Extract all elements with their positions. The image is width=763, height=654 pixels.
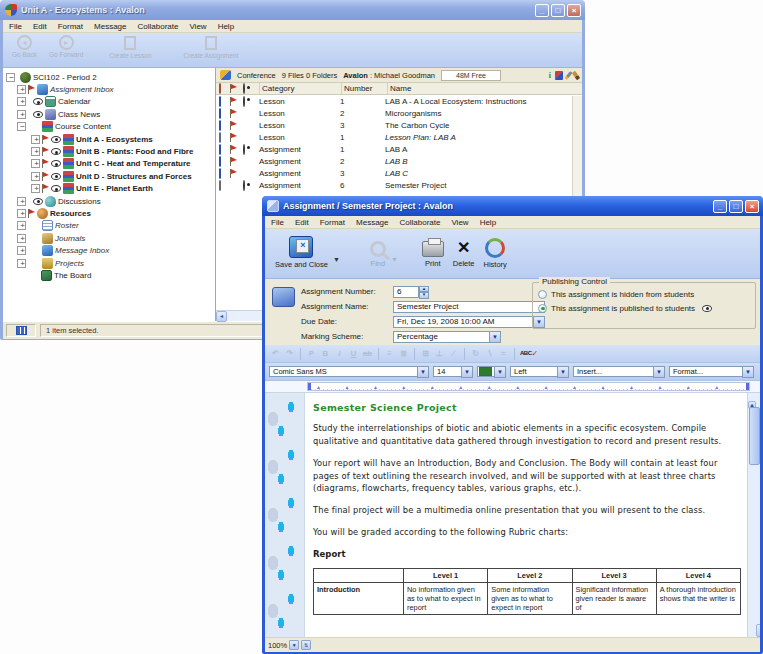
tree-item-unit-a[interactable]: Unit A - Ecosystems <box>3 133 215 145</box>
file-row[interactable]: Assignment 2 LAB B <box>216 155 582 167</box>
column-name[interactable]: Name <box>388 84 582 93</box>
file-row-selected[interactable]: Assignment 6 Semester Project <box>216 180 582 192</box>
create-assignment-button[interactable]: Create Assignment <box>181 35 242 59</box>
file-row[interactable]: Lesson 1 LAB A - A Local Ecosystem: Inst… <box>216 95 582 107</box>
format-select[interactable]: Format... ▼ <box>669 366 754 378</box>
menu-edit[interactable]: Edit <box>33 22 47 31</box>
menu-help[interactable]: Help <box>480 218 496 227</box>
palette-icon[interactable] <box>555 71 563 80</box>
radio-icon[interactable] <box>538 290 547 299</box>
file-row[interactable]: Assignment 3 LAB C <box>216 168 582 180</box>
expand-icon[interactable] <box>31 172 40 181</box>
outdent-icon[interactable]: ≡ <box>383 347 396 360</box>
pencil-icon[interactable]: ∕ <box>447 347 460 360</box>
column-category[interactable]: Category <box>260 84 341 93</box>
close-button[interactable]: × <box>745 200 759 213</box>
paragraph-icon[interactable]: P <box>305 347 318 360</box>
view-mode-icon[interactable] <box>16 326 27 335</box>
maximize-button[interactable]: □ <box>551 4 565 17</box>
left-indent-marker[interactable] <box>308 383 311 391</box>
collapse-icon[interactable] <box>17 122 26 131</box>
tree-item-discussions[interactable]: Discussions <box>3 195 215 207</box>
back-titlebar[interactable]: Unit A - Ecosystems : Avalon _ □ × <box>0 0 585 20</box>
expand-icon[interactable] <box>17 246 26 255</box>
save-and-close-button[interactable]: Save and Close <box>273 236 330 269</box>
file-row[interactable]: Assignment 1 LAB A <box>216 143 582 155</box>
insert-table-icon[interactable]: ⊞ <box>419 347 432 360</box>
go-forward-button[interactable]: ▸ Go Forward <box>46 35 86 58</box>
chevron-down-icon[interactable]: ▼ <box>417 366 429 378</box>
eye-column-icon[interactable] <box>243 83 245 94</box>
delete-button[interactable]: ✕ Delete <box>451 237 477 268</box>
menu-file[interactable]: File <box>271 218 284 227</box>
font-size-select[interactable]: 14 ▼ <box>433 366 473 378</box>
indent-icon[interactable]: ≣ <box>397 347 410 360</box>
column-number[interactable]: Number <box>342 84 387 93</box>
menu-view[interactable]: View <box>189 22 206 31</box>
italic-icon[interactable]: I <box>333 347 346 360</box>
tree-item-calendar[interactable]: Calendar <box>3 96 215 108</box>
tree-item-assignment-inbox[interactable]: Assignment Inbox <box>3 83 215 95</box>
file-row[interactable]: Lesson 3 The Carbon Cycle <box>216 119 582 131</box>
assignment-number-input[interactable]: 6 <box>393 286 419 298</box>
tree-item-unit-c[interactable]: Unit C - Heat and Temperature <box>3 158 215 170</box>
scrollbar-thumb[interactable] <box>749 407 760 465</box>
file-row[interactable]: Lesson 2 Microorganisms <box>216 107 582 119</box>
menu-collaborate[interactable]: Collaborate <box>400 218 441 227</box>
save-dropdown-icon[interactable]: ▼ <box>333 256 340 263</box>
strikethrough-icon[interactable]: ab <box>361 347 374 360</box>
radio-selected-icon[interactable] <box>538 304 547 313</box>
expand-icon[interactable] <box>17 110 26 119</box>
tree-item-roster[interactable]: Roster <box>3 220 215 232</box>
print-button[interactable]: Print <box>420 237 446 268</box>
collapse-icon[interactable] <box>6 73 15 82</box>
expand-icon[interactable] <box>31 147 40 156</box>
marking-scheme-select[interactable]: Percentage ▼ <box>393 331 501 343</box>
due-date-select[interactable]: Fri, Dec 19, 2008 10:00 AM ▼ <box>393 316 545 328</box>
zoom-dropdown-icon[interactable]: ▼ <box>289 640 299 650</box>
close-button[interactable]: × <box>567 4 581 17</box>
maximize-button[interactable]: □ <box>729 200 743 213</box>
menu-help[interactable]: Help <box>218 22 234 31</box>
underline-icon[interactable]: U <box>347 347 360 360</box>
document-editor[interactable]: Semester Science Project Study the inter… <box>265 393 760 637</box>
item-type-column-icon[interactable] <box>219 83 221 94</box>
info-icon[interactable]: i <box>549 71 551 80</box>
anchor-icon[interactable]: ⊥ <box>433 347 446 360</box>
undo-icon[interactable]: ↶ <box>269 347 282 360</box>
menu-format[interactable]: Format <box>58 22 83 31</box>
expand-icon[interactable] <box>17 197 26 206</box>
zoom-spinner[interactable]: ⇅ <box>301 640 311 650</box>
ruler[interactable] <box>265 381 760 393</box>
scroll-left-icon[interactable]: ◂ <box>216 311 227 322</box>
radio-published-option[interactable]: This assignment is published to students <box>538 301 751 315</box>
tree-item-unit-d[interactable]: Unit D - Structures and Forces <box>3 170 215 182</box>
menu-format[interactable]: Format <box>320 218 345 227</box>
tree-item-root[interactable]: SCI102 - Period 2 <box>3 71 215 83</box>
expand-icon[interactable] <box>31 159 40 168</box>
file-row[interactable]: Lesson 1 Lesson Plan: LAB A <box>216 131 582 143</box>
assignment-name-input[interactable]: Semester Project <box>393 301 545 313</box>
go-back-button[interactable]: ◂ Go Back <box>9 35 40 58</box>
expand-icon[interactable] <box>17 234 26 243</box>
chevron-down-icon[interactable]: ▼ <box>489 331 501 343</box>
tree-item-course-content[interactable]: Course Content <box>3 121 215 133</box>
highlight-icon[interactable]: ≈ <box>497 347 510 360</box>
menu-message[interactable]: Message <box>94 22 126 31</box>
chevron-down-icon[interactable]: ▼ <box>494 366 506 378</box>
bold-icon[interactable]: B <box>319 347 332 360</box>
tree-item-journals[interactable]: Journals <box>3 232 215 244</box>
insert-select[interactable]: Insert... ▼ <box>573 366 665 378</box>
align-select[interactable]: Left ▼ <box>510 366 569 378</box>
radio-hidden-option[interactable]: This assignment is hidden from students <box>538 287 751 301</box>
tree-item-projects[interactable]: Projects <box>3 257 215 269</box>
pen-icon[interactable]: ∖ <box>483 347 496 360</box>
font-color-select[interactable]: ▼ <box>477 366 506 378</box>
tree-item-message-inbox[interactable]: Message Inbox <box>3 244 215 256</box>
font-family-select[interactable]: Comic Sans MS ▼ <box>269 366 429 378</box>
scroll-down-icon[interactable]: ▼ <box>756 624 760 637</box>
document-vscrollbar[interactable]: ▲ ▼ <box>747 393 760 637</box>
tree-item-class-news[interactable]: Class News <box>3 108 215 120</box>
chevron-down-icon[interactable]: ▼ <box>653 366 665 378</box>
front-titlebar[interactable]: Assignment / Semester Project : Avalon _… <box>262 196 763 216</box>
